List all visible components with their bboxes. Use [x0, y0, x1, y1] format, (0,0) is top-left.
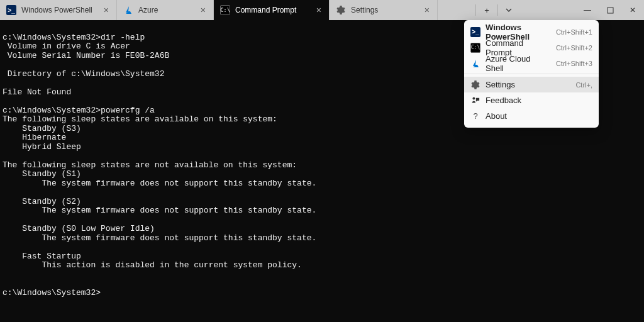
- close-icon[interactable]: ×: [103, 5, 110, 15]
- dropdown-item-cmd[interactable]: C:\ Command Prompt Ctrl+Shift+2: [464, 40, 599, 55]
- window-controls: — ✕: [576, 0, 644, 20]
- dropdown-item-about[interactable]: ? About: [464, 108, 599, 124]
- powershell-icon: >_: [470, 27, 480, 37]
- shortcut-text: Ctrl+Shift+1: [556, 28, 592, 36]
- maximize-button[interactable]: [599, 0, 621, 20]
- dropdown-item-azure[interactable]: Azure Cloud Shell Ctrl+Shift+3: [464, 55, 599, 71]
- powershell-icon: >_: [6, 5, 16, 15]
- about-icon: ?: [470, 111, 480, 121]
- feedback-icon: [470, 96, 480, 106]
- shortcut-text: Ctrl+,: [575, 81, 592, 89]
- titlebar: >_ Windows PowerShell × Azure × C:\ Comm…: [0, 0, 644, 20]
- maximize-icon: [607, 7, 614, 14]
- svg-point-1: [472, 97, 475, 99]
- svg-rect-0: [608, 8, 613, 13]
- tab-label: Settings: [351, 6, 418, 14]
- tab-azure[interactable]: Azure ×: [117, 0, 214, 20]
- terminal-window: >_ Windows PowerShell × Azure × C:\ Comm…: [0, 0, 644, 322]
- dropdown-label: Settings: [486, 80, 570, 89]
- dropdown-item-settings[interactable]: Settings Ctrl+,: [464, 77, 599, 92]
- tab-strip: >_ Windows PowerShell × Azure × C:\ Comm…: [0, 0, 475, 20]
- dropdown-label: Feedback: [486, 96, 592, 105]
- new-tab-button[interactable]: +: [476, 0, 497, 20]
- dropdown-label: About: [486, 111, 592, 121]
- cmd-icon: C:\: [220, 5, 230, 15]
- chevron-down-icon: [505, 6, 513, 14]
- dropdown-label: Azure Cloud Shell: [486, 54, 551, 73]
- dropdown-item-powershell[interactable]: >_ Windows PowerShell Ctrl+Shift+1: [464, 24, 599, 40]
- dropdown-item-feedback[interactable]: Feedback: [464, 92, 599, 108]
- azure-icon: [470, 58, 480, 69]
- tab-label: Command Prompt: [235, 6, 310, 14]
- tab-settings[interactable]: Settings ×: [330, 0, 438, 20]
- shortcut-text: Ctrl+Shift+3: [556, 60, 592, 67]
- tab-powershell[interactable]: >_ Windows PowerShell ×: [0, 0, 117, 20]
- tab-actions: +: [475, 0, 519, 20]
- tab-command-prompt[interactable]: C:\ Command Prompt ×: [214, 0, 330, 20]
- tab-label: Windows PowerShell: [21, 6, 97, 14]
- separator: [464, 74, 599, 74]
- shortcut-text: Ctrl+Shift+2: [556, 44, 592, 52]
- close-icon[interactable]: ×: [199, 5, 207, 15]
- close-window-button[interactable]: ✕: [621, 0, 644, 20]
- close-icon[interactable]: ×: [315, 5, 323, 15]
- new-tab-dropdown: >_ Windows PowerShell Ctrl+Shift+1 C:\ C…: [464, 20, 599, 128]
- cmd-icon: C:\: [470, 43, 480, 53]
- gear-icon: [470, 80, 480, 90]
- tab-dropdown-button[interactable]: [498, 0, 519, 20]
- azure-icon: [123, 5, 133, 15]
- gear-icon: [336, 5, 346, 15]
- close-icon[interactable]: ×: [423, 5, 431, 15]
- minimize-button[interactable]: —: [576, 0, 599, 20]
- tab-label: Azure: [138, 6, 194, 14]
